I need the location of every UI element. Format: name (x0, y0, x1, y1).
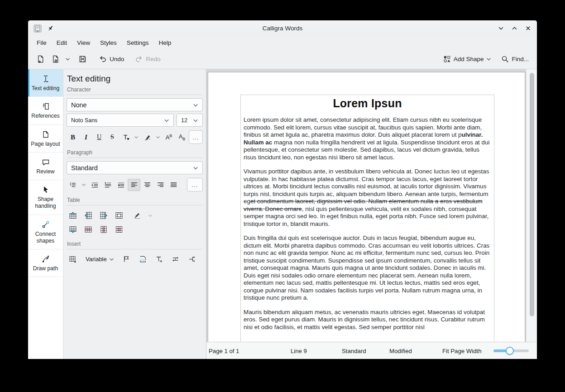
more-paragraph-options-button[interactable]: ... (187, 178, 203, 191)
menu-styles[interactable]: Styles (95, 38, 122, 48)
align-center-button[interactable] (141, 179, 153, 191)
delete-table-button[interactable] (113, 223, 125, 235)
draw-path-icon (42, 254, 50, 263)
sidebar-tab-label: Draw path (33, 265, 58, 272)
menu-edit[interactable]: Edit (52, 38, 72, 48)
open-recent-dropdown[interactable] (62, 54, 73, 64)
new-document-button[interactable] (34, 53, 48, 66)
border-pen-button[interactable] (131, 209, 144, 221)
maximize-icon[interactable] (511, 25, 518, 32)
delete-column-button[interactable] (97, 223, 110, 235)
underline-button[interactable]: U (93, 131, 105, 143)
list-style-button[interactable] (67, 179, 79, 191)
insert-table-button[interactable] (67, 253, 79, 265)
indent-increase-button[interactable] (115, 179, 127, 191)
bold-button[interactable]: B (67, 131, 79, 143)
bullet-list-icon (69, 181, 77, 189)
font-color-dropdown[interactable] (132, 131, 140, 143)
sidebar-tab-text-editing[interactable]: Text editing (28, 69, 63, 97)
zoom-slider[interactable] (493, 346, 529, 355)
zoom-mode-label[interactable]: Fit Page Width (442, 347, 482, 354)
redo-button[interactable]: Redo (132, 53, 163, 65)
sidebar-tab-connect-shapes[interactable]: Connect shapes (28, 215, 63, 250)
align-left-icon (130, 181, 138, 189)
menu-file[interactable]: File (32, 38, 52, 48)
text-frame[interactable]: Lorem Ipsun Lorem ipsum dolor sit amet, … (240, 95, 494, 342)
indent-first-line-icon (104, 181, 112, 189)
border-pen-dropdown[interactable] (146, 209, 154, 221)
document-canvas[interactable]: Lorem Ipsun Lorem ipsum dolor sit amet, … (206, 69, 537, 342)
menu-help[interactable]: Help (154, 38, 177, 48)
italic-button[interactable]: I (80, 131, 92, 143)
font-size-select[interactable]: 12 (177, 114, 203, 127)
save-button[interactable] (76, 53, 90, 66)
insert-row-below-button[interactable] (67, 223, 79, 235)
open-document-button[interactable] (48, 53, 62, 66)
character-style-select[interactable]: None (67, 98, 203, 111)
zoom-slider-handle[interactable] (506, 347, 514, 355)
sidebar-tab-page-layout[interactable]: Page layout (28, 125, 63, 153)
pin-icon[interactable] (47, 25, 54, 32)
subscript-button[interactable]: AB (176, 131, 188, 143)
chevron-down-icon (193, 165, 198, 171)
titlebar[interactable]: Calligra Words (28, 20, 537, 36)
indent-first-line-button[interactable] (101, 179, 114, 191)
app-window: Calligra Words File Edit View Styles Set… (28, 20, 537, 359)
align-left-button[interactable] (128, 179, 140, 191)
merge-cells-button[interactable] (113, 209, 125, 221)
find-button[interactable]: Find... (498, 53, 531, 65)
scrollbar-thumb[interactable] (530, 73, 534, 316)
insert-footnote-button[interactable] (153, 253, 166, 265)
page-indicator[interactable]: Page 1 of 1 (209, 347, 239, 354)
document-page[interactable]: Lorem Ipsun Lorem ipsum dolor sit amet, … (208, 72, 525, 342)
pen-icon (134, 211, 141, 219)
insert-row-above-button[interactable] (67, 209, 79, 221)
highlight-color-dropdown[interactable] (154, 131, 162, 143)
more-character-options-button[interactable]: ... (189, 130, 203, 144)
undo-button[interactable]: Undo (96, 53, 127, 65)
indent-decrease-button[interactable] (88, 179, 101, 191)
panel-title: Text editing (67, 74, 203, 84)
insert-citation-button[interactable] (186, 253, 198, 265)
document-paragraphs: Lorem ipsum dolor sit amet, consectetur … (244, 116, 491, 331)
list-style-dropdown[interactable] (80, 179, 88, 191)
minimize-icon[interactable] (497, 25, 504, 32)
chevron-down-icon (193, 102, 198, 108)
strikethrough-button[interactable]: S (106, 131, 119, 143)
sidebar-tab-draw-path[interactable]: Draw path (28, 249, 63, 277)
merge-cells-icon (115, 211, 123, 220)
sidebar-tab-label: Connect shapes (29, 231, 62, 245)
font-family-select[interactable]: Noto Sans (67, 114, 174, 127)
font-color-button[interactable]: T (119, 131, 132, 143)
style-indicator[interactable]: Standard (342, 347, 366, 354)
comment-bubble-icon (42, 158, 50, 167)
insert-index-marker-button[interactable] (169, 253, 182, 265)
align-right-button[interactable] (154, 179, 167, 191)
add-shape-button[interactable]: Add Shape (441, 53, 494, 65)
vertical-scrollbar[interactable] (526, 69, 537, 342)
delete-row-button[interactable] (82, 223, 95, 235)
insert-column-left-button[interactable] (82, 209, 95, 221)
paragraph-style-select[interactable]: Standard (67, 161, 203, 174)
page-break-icon (139, 255, 147, 263)
sidebar-tab-shape-handling[interactable]: Shape handling (28, 180, 63, 215)
bookmark-button[interactable] (120, 253, 133, 265)
menu-view[interactable]: View (72, 38, 95, 48)
document-paragraph: Mauris bibendum aliquam metus, ac venena… (244, 309, 491, 331)
insert-column-right-icon (100, 211, 108, 220)
align-justify-button[interactable] (167, 179, 180, 191)
sidebar-tab-review[interactable]: Review (28, 153, 63, 180)
close-icon[interactable] (524, 25, 531, 32)
page-break-button[interactable] (137, 253, 149, 265)
highlight-color-button[interactable] (141, 131, 153, 143)
insert-column-right-button[interactable] (97, 209, 110, 221)
variable-label: Variable (86, 256, 107, 263)
window-title: Calligra Words (28, 25, 537, 32)
search-icon (501, 55, 509, 63)
variable-dropdown[interactable]: Variable (83, 253, 117, 265)
superscript-button[interactable]: AB (163, 131, 175, 143)
branch-arrows-icon (188, 255, 196, 263)
menu-settings[interactable]: Settings (122, 38, 154, 48)
sidebar-tab-references[interactable]: References (28, 97, 63, 124)
sidebar-tab-label: Page layout (31, 141, 60, 148)
